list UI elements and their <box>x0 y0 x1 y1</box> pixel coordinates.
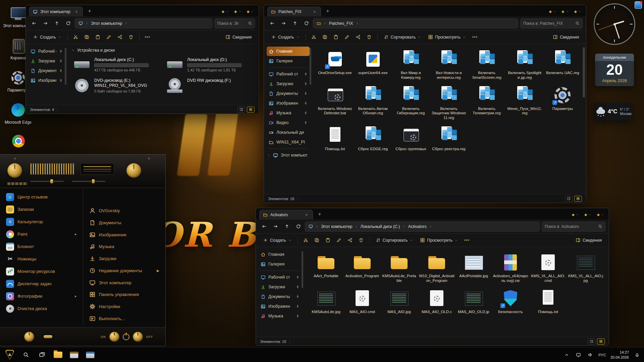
notifications-button[interactable] <box>633 351 641 359</box>
back-button[interactable] <box>259 222 269 231</box>
view-button[interactable]: Просмотреть <box>417 236 461 244</box>
start-menu-item[interactable]: Панель управления ▶ <box>85 289 164 301</box>
cut-button[interactable] <box>71 32 81 42</box>
sidebar-item[interactable]: Загрузки <box>29 56 65 66</box>
start-menu-item[interactable]: Настройки ▶ <box>85 301 164 313</box>
list-view-button[interactable] <box>237 107 245 113</box>
file-item[interactable]: ↗ Сброс групповых <box>392 123 429 153</box>
slider[interactable] <box>30 181 64 182</box>
window-control-2[interactable]: ◆ <box>234 9 241 14</box>
breadcrumb[interactable]: Patches_FIX <box>313 18 518 28</box>
details-button[interactable]: Сведения <box>222 33 255 41</box>
window-control-1[interactable]: ◆ <box>549 9 556 14</box>
drive-item[interactable]: Локальный диск (C:) 417 ГБ свободно из 4… <box>71 56 161 74</box>
window-control-3[interactable]: ◆ <box>597 213 604 217</box>
breadcrumb-segment[interactable]: Этот компьютер <box>91 21 128 26</box>
start-menu-item[interactable]: Фотографии ▸ <box>2 290 81 302</box>
file-item[interactable]: ↗ superUser64.exe <box>354 47 391 82</box>
start-menu-item[interactable]: Блокнот ▸ <box>2 240 81 253</box>
breadcrumb-segment[interactable]: Activators <box>408 224 432 229</box>
sidebar-scrollbar[interactable] <box>310 48 311 85</box>
hidden-icons-button[interactable] <box>563 351 571 359</box>
file-item[interactable]: ↗ Меню_Пуск_Win11.reg <box>506 83 543 122</box>
file-item[interactable]: ↗ AActPortable.jpg <box>456 250 491 285</box>
create-button[interactable]: Создать <box>268 33 303 41</box>
window-control-3[interactable]: ◆ <box>574 9 581 14</box>
task-view-button[interactable] <box>36 349 48 361</box>
details-button[interactable]: Сведения <box>573 236 605 244</box>
file-item[interactable]: ↗ Включить Автом Обновл.reg <box>354 83 391 122</box>
new-tab-button[interactable] <box>86 7 94 15</box>
file-item[interactable]: ↗ Включить Гибернация.reg <box>392 83 429 122</box>
vu-knob-left[interactable] <box>7 163 22 178</box>
file-item[interactable]: ↗ Включить Телеметрия.reg <box>468 83 505 122</box>
file-item[interactable]: ↗ Включить Spotlight и др.reg <box>506 47 543 82</box>
rename-button[interactable] <box>104 32 114 42</box>
file-item[interactable]: ↗ Включить Windows Defender.bat <box>316 83 354 122</box>
file-item[interactable]: ↗ Включить UAC.reg <box>544 47 581 82</box>
tab-close-button[interactable] <box>312 9 317 14</box>
open-window-2-button[interactable] <box>84 349 97 361</box>
sidebar-item[interactable]: Изображен <box>267 99 310 108</box>
file-item[interactable]: ↗ Activators_x64(пароль ovg).rar <box>492 250 529 285</box>
sidebar-item[interactable]: Загрузки <box>259 282 302 292</box>
sidebar-item[interactable]: Галерея <box>259 259 302 269</box>
file-item[interactable]: ↗ KMSAutoLite_Portable <box>381 250 418 285</box>
start-menu-item[interactable]: OVGorskiy ▶ <box>85 205 164 217</box>
file-item[interactable]: ↗ MAS_AIO_OLD.jp <box>456 286 491 316</box>
new-tab-button[interactable] <box>324 7 332 15</box>
file-item[interactable]: ↗ OneDriveSetup.exe <box>316 47 354 82</box>
file-item[interactable]: ↗ Сброс EDGE.reg <box>354 123 391 153</box>
breadcrumb[interactable]: Этот компьютер <box>75 18 212 28</box>
clock-widget[interactable] <box>594 3 635 45</box>
new-tab-button[interactable] <box>316 210 324 218</box>
power-knob[interactable] <box>109 332 119 342</box>
start-menu-item[interactable]: Очистка диска ▸ <box>2 302 81 315</box>
delete-button[interactable] <box>364 32 374 42</box>
power-icon[interactable] <box>123 334 129 340</box>
paste-button[interactable] <box>93 32 103 42</box>
file-item[interactable]: ↗ W10_Digital_Activation_Program <box>418 250 455 285</box>
start-menu-item[interactable]: Калькулятор ▸ <box>2 216 81 228</box>
list-view-button[interactable] <box>588 339 595 345</box>
taskbar-clock[interactable]: 14:27 20.04.2026 <box>610 350 629 360</box>
drive-item[interactable]: DVD RW дисковод (F:) <box>164 77 254 95</box>
start-menu-item[interactable]: Загрузки ▶ <box>85 253 164 265</box>
start-menu-item[interactable]: Ножницы ▸ <box>2 253 81 265</box>
file-item[interactable]: ↗ MAS_AIO.cmd <box>344 286 380 316</box>
start-menu-item[interactable]: Монитор ресурсов ▸ <box>2 265 81 278</box>
rename-button[interactable] <box>342 32 352 42</box>
thumbnail-view-button[interactable] <box>597 339 605 345</box>
file-item[interactable]: ↗ KMS_VL_ALL_AIO.cmd <box>530 250 567 285</box>
window-control-2[interactable]: ◆ <box>561 9 569 14</box>
file-item[interactable]: ↗ MAS_AIO.jpg <box>381 286 418 316</box>
file-item[interactable]: ↗ AAct_Portable <box>308 250 344 285</box>
file-item[interactable]: ↗ Параметры <box>544 83 581 122</box>
file-item[interactable]: ↗ KMS_VL_ALL_AIO.jpg <box>567 250 604 285</box>
file-item[interactable]: ↗ Безопасность <box>492 286 529 316</box>
tab-patches[interactable]: Patches_FIX <box>267 7 321 16</box>
share-button[interactable] <box>345 235 355 245</box>
vertical-scrollbar[interactable] <box>583 47 585 98</box>
back-button[interactable] <box>29 19 39 28</box>
refresh-button[interactable] <box>293 222 303 231</box>
sidebar-item[interactable]: Изображен <box>259 302 302 311</box>
file-item[interactable]: ↗ Включить Защитник Windows 11.reg <box>430 83 467 122</box>
copy-button[interactable] <box>320 32 330 42</box>
start-button[interactable] <box>3 349 16 361</box>
sidebar-item[interactable]: Документы <box>29 66 65 75</box>
sidebar-item[interactable]: Музыка <box>267 108 310 118</box>
more-options-button[interactable]: ••• <box>470 32 480 42</box>
create-button[interactable]: Создать <box>30 33 64 41</box>
search-input[interactable] <box>523 21 573 26</box>
language-indicator[interactable]: РУС <box>598 353 606 357</box>
open-window-1-button[interactable] <box>68 349 80 361</box>
start-menu-item[interactable]: Этот компьютер ▶ <box>85 277 164 289</box>
window-control-1[interactable]: ◆ <box>222 9 229 14</box>
start-menu-item[interactable]: Изображения ▶ <box>85 229 164 241</box>
close-icon[interactable] <box>12 156 18 162</box>
sidebar-item[interactable] <box>267 147 310 150</box>
cut-button[interactable] <box>301 235 311 245</box>
forward-button[interactable] <box>271 222 280 231</box>
cut-button[interactable] <box>309 32 319 42</box>
